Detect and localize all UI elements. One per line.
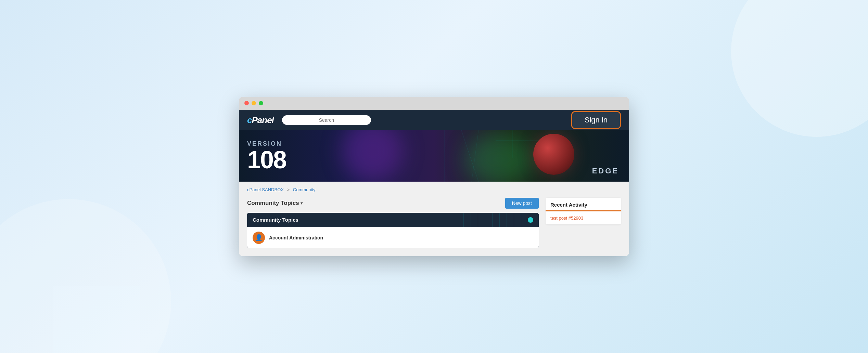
banner-edge: EDGE (592, 167, 619, 175)
site-banner: VERSION 108 EDGE (239, 130, 629, 182)
breadcrumb-root[interactable]: cPanel SANDBOX (247, 187, 284, 192)
breadcrumb-current[interactable]: Community (293, 187, 316, 192)
cpanel-logo: cPanel (247, 115, 274, 126)
main-content: Community Topics ▾ New post Community To… (247, 198, 539, 248)
recent-activity-title: Recent Activity (550, 202, 616, 208)
section-title-text: Community Topics (247, 200, 299, 207)
community-topics-heading[interactable]: Community Topics ▾ (247, 200, 303, 207)
recent-activity-link[interactable]: test post #52903 (550, 215, 583, 221)
search-input[interactable] (282, 115, 371, 125)
site-header: cPanel Sign in (239, 110, 629, 130)
svg-line-2 (472, 130, 478, 182)
new-post-button[interactable]: New post (505, 198, 539, 209)
maximize-dot[interactable] (259, 101, 263, 105)
topic-item[interactable]: 👤 Account Administration (247, 227, 539, 248)
topics-card-header: Community Topics (247, 213, 539, 227)
minimize-dot[interactable] (252, 101, 256, 105)
breadcrumb-separator: > (287, 187, 290, 192)
planet-decoration (533, 134, 574, 175)
sidebar: Recent Activity test post #52903 (546, 198, 621, 224)
svg-line-1 (461, 130, 478, 182)
chevron-down-icon: ▾ (301, 201, 303, 206)
recent-activity-header: Recent Activity (546, 198, 621, 211)
browser-titlebar (239, 97, 629, 110)
gear-icon[interactable] (528, 217, 533, 223)
breadcrumb: cPanel SANDBOX > Community (247, 187, 621, 192)
recent-activity-item: test post #52903 (546, 211, 621, 224)
close-dot[interactable] (244, 101, 249, 105)
sign-in-button[interactable]: Sign in (571, 111, 621, 129)
topics-card-title: Community Topics (253, 217, 298, 223)
banner-text: VERSION 108 (247, 140, 286, 172)
recent-activity-card: Recent Activity test post #52903 (546, 198, 621, 224)
browser-window: cPanel Sign in VERSION 108 EDGE cPanel S… (239, 97, 629, 256)
avatar: 👤 (253, 232, 265, 244)
version-number: 108 (247, 147, 286, 172)
topics-card: Community Topics 👤 Account Administratio… (247, 213, 539, 248)
user-icon: 👤 (255, 234, 263, 241)
topic-name: Account Administration (269, 235, 323, 240)
section-header: Community Topics ▾ New post (247, 198, 539, 209)
content-layout: Community Topics ▾ New post Community To… (247, 198, 621, 248)
page-body: cPanel SANDBOX > Community Community Top… (239, 182, 629, 256)
